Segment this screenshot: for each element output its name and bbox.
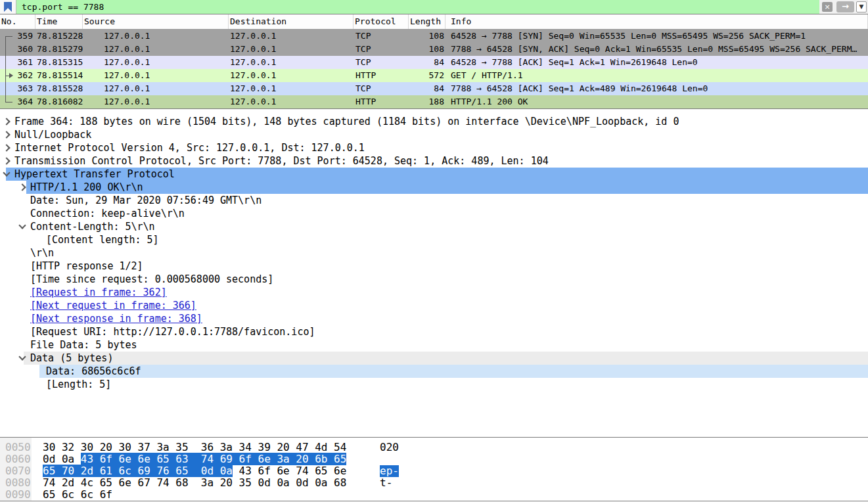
packet-cell-time: 78.815279 [35,43,83,56]
packet-row[interactable]: 36178.815315127.0.0.1127.0.0.1TCP8464528… [0,56,868,69]
detail-row[interactable]: [Request in frame: 362] [0,286,868,299]
detail-row[interactable]: [Request URI: http://127.0.0.1:7788/favi… [0,325,868,338]
detail-row[interactable]: [Content length: 5] [0,233,868,246]
hex-bytes-selected: 43 6f 6e 6e 65 63 74 69 6f 6e 3a 20 6b 6… [81,453,347,465]
packet-row[interactable]: 36378.815528127.0.0.1127.0.0.1TCP847788 … [0,82,868,95]
detail-row[interactable]: \r\n [0,246,868,260]
packet-cell-len: 84 [409,82,445,95]
hex-offset: 0090 [5,489,31,501]
packet-cell-proto: TCP [354,82,409,95]
detail-row[interactable]: Date: Sun, 29 Mar 2020 07:56:49 GMT\r\n [0,194,868,207]
packet-cell-no: 364 [0,95,35,108]
detail-row[interactable]: Data: 68656c6c6f [0,365,868,378]
detail-text: File Data: 5 bytes [30,338,137,352]
clear-filter-button[interactable]: × [822,2,833,12]
expand-toggle-icon[interactable] [3,118,10,125]
detail-row[interactable]: Frame 364: 188 bytes on wire (1504 bits)… [0,115,868,128]
detail-row[interactable]: Data (5 bytes) [0,352,868,365]
packet-list: 35978.815228127.0.0.1127.0.0.1TCP1086452… [0,30,868,109]
detail-row[interactable]: [Next request in frame: 366] [0,299,868,312]
expand-toggle-icon[interactable] [18,183,26,191]
packet-cell-len: 108 [409,43,445,56]
detail-row[interactable]: Transmission Control Protocol, Src Port:… [0,154,868,168]
expand-toggle-icon[interactable] [3,157,10,164]
packet-cell-time: 78.815315 [35,56,83,69]
packet-cell-src: 127.0.0.1 [83,82,229,95]
packet-row[interactable]: 36278.815514127.0.0.1127.0.0.1HTTP572GET… [0,69,868,82]
detail-link[interactable]: [Next response in frame: 368] [30,312,202,325]
filter-bookmark-button[interactable] [0,0,16,14]
detail-text: [Content length: 5] [46,233,159,246]
hex-row[interactable]: 00600d 0a 43 6f 6e 6e 65 63 74 69 6f 6e … [0,453,868,465]
packet-list-header: No.TimeSourceDestinationProtocolLengthIn… [0,14,868,30]
expand-toggle-icon[interactable] [3,131,10,138]
packet-row[interactable]: 35978.815228127.0.0.1127.0.0.1TCP1086452… [0,30,868,43]
detail-row[interactable]: HTTP/1.1 200 OK\r\n [0,181,868,194]
detail-row-highlight [24,352,868,365]
packet-cell-no: 362 [0,69,35,82]
hex-offset: 0050 [5,442,31,453]
packet-cell-src: 127.0.0.1 [83,69,229,82]
packet-cell-len: 84 [409,56,445,69]
bookmark-icon [4,2,12,12]
detail-text: Data (5 bytes) [30,352,113,365]
detail-row[interactable]: [Time since request: 0.000568000 seconds… [0,273,868,286]
column-header-len[interactable]: Length [409,14,445,29]
packet-cell-len: 572 [409,69,445,82]
packet-cell-src: 127.0.0.1 [83,95,229,108]
detail-row[interactable]: Hypertext Transfer Protocol [0,168,868,181]
apply-filter-button[interactable]: → [836,1,854,12]
detail-text: Frame 364: 188 bytes on wire (1504 bits)… [14,115,679,128]
hex-row[interactable]: 008074 2d 4c 65 6e 67 74 68 3a 20 35 0d … [0,477,868,489]
detail-row[interactable]: Connection: keep-alive\r\n [0,207,868,220]
hex-row[interactable]: 005030 32 30 20 30 37 3a 35 36 3a 34 39 … [0,442,868,453]
detail-text: Connection: keep-alive\r\n [30,207,185,220]
detail-link[interactable]: [Request in frame: 362] [30,286,167,299]
detail-row[interactable]: [Next response in frame: 368] [0,312,868,325]
packet-cell-info: HTTP/1.1 200 OK [445,95,868,108]
packet-cell-dst: 127.0.0.1 [229,69,354,82]
hex-offset: 0080 [5,477,31,489]
detail-text: [Request URI: http://127.0.0.1:7788/favi… [30,325,315,338]
detail-text: Content-Length: 5\r\n [30,220,155,233]
detail-row[interactable]: Null/Loopback [0,128,868,141]
detail-row[interactable]: Internet Protocol Version 4, Src: 127.0.… [0,141,868,154]
column-header-info[interactable]: Info [445,14,868,29]
hex-offset: 0060 [5,453,31,465]
detail-row[interactable]: File Data: 5 bytes [0,338,868,352]
packet-cell-info: GET / HTTP/1.1 [445,69,868,82]
column-header-dst[interactable]: Destination [229,14,354,29]
expand-toggle-icon[interactable] [3,144,10,151]
packet-cell-src: 127.0.0.1 [83,43,229,56]
detail-row[interactable]: [Length: 5] [0,378,868,391]
hex-bytes-segment: 43 6f 6e 74 65 6e [233,465,346,477]
column-header-no[interactable]: No. [0,14,35,29]
detail-text: Transmission Control Protocol, Src Port:… [14,154,549,168]
detail-text: HTTP/1.1 200 OK\r\n [30,181,143,194]
hex-bytes: 65 6c 6c 6f [43,489,112,501]
detail-row[interactable]: [HTTP response 1/2] [0,260,868,273]
packet-cell-no: 363 [0,82,35,95]
detail-row[interactable]: Content-Length: 5\r\n [0,220,868,233]
hex-bytes: 30 32 30 20 30 37 3a 35 36 3a 34 39 20 4… [43,442,346,453]
hex-bytes: 74 2d 4c 65 6e 67 74 68 3a 20 35 0d 0a 0… [43,477,346,489]
packet-cell-dst: 127.0.0.1 [229,56,354,69]
filter-dropdown-button[interactable]: ▼ [856,1,867,12]
packet-cell-time: 78.815228 [35,30,83,43]
hex-row[interactable]: 009065 6c 6c 6f [0,489,868,501]
column-header-src[interactable]: Source [83,14,229,29]
hex-row[interactable]: 007065 70 2d 61 6c 69 76 65 0d 0a 43 6f … [0,465,868,477]
detail-text: [Time since request: 0.000568000 seconds… [30,273,273,286]
packet-row[interactable]: 36478.816082127.0.0.1127.0.0.1HTTP188HTT… [0,95,868,108]
packet-cell-info: 7788 → 64528 [SYN, ACK] Seq=0 Ack=1 Win=… [445,43,868,56]
packet-row[interactable]: 36078.815279127.0.0.1127.0.0.1TCP1087788… [0,43,868,56]
packet-cell-src: 127.0.0.1 [83,30,229,43]
packet-cell-time: 78.815514 [35,69,83,82]
detail-link[interactable]: [Next request in frame: 366] [30,299,196,312]
display-filter-input[interactable]: tcp.port == 7788 [16,0,819,14]
collapse-toggle-icon[interactable] [18,221,26,229]
column-header-time[interactable]: Time [35,14,83,29]
hex-bytes-segment: 74 2d 4c 65 6e 67 74 68 3a 20 35 0d 0a 0… [43,476,346,489]
packet-cell-dst: 127.0.0.1 [229,95,354,108]
column-header-proto[interactable]: Protocol [354,14,409,29]
